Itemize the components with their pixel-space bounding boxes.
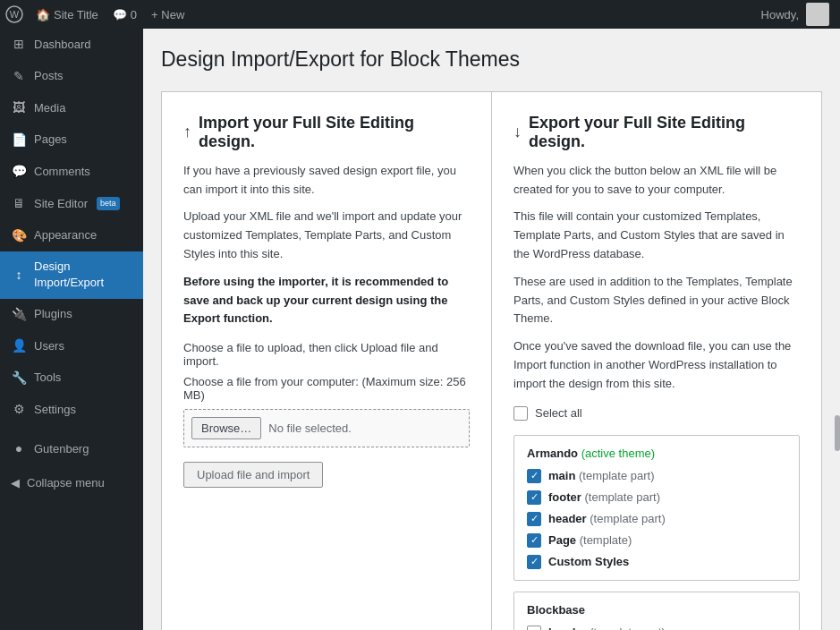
new-label[interactable]: + New	[151, 8, 184, 21]
theme-group-blockbase: Blockbase header (template part) Index (…	[513, 592, 800, 630]
comments-icon: 💬	[11, 163, 27, 181]
sidebar-collapse[interactable]: ◀ Collapse menu	[0, 469, 143, 497]
site-editor-icon: 🖥	[11, 195, 27, 213]
armando-page-label: Page (template)	[548, 533, 632, 547]
import-section-header: ↑ Import your Full Site Editing design.	[183, 114, 470, 151]
armando-header-checkbox[interactable]	[527, 512, 541, 526]
sidebar-item-label: Appearance	[34, 227, 97, 243]
import-section-title: Import your Full Site Editing design.	[199, 114, 470, 151]
sidebar-item-posts[interactable]: ✎ Posts	[0, 61, 143, 93]
comments-count: 0	[131, 8, 137, 21]
file-size-label: Choose a file from your computer: (Maxim…	[183, 375, 470, 402]
sidebar-item-label: Pages	[34, 132, 67, 148]
sidebar-item-comments[interactable]: 💬 Comments	[0, 156, 143, 188]
new-item[interactable]: + New	[144, 8, 191, 21]
posts-icon: ✎	[11, 68, 27, 86]
site-title-area[interactable]: 🏠 Site Title	[29, 8, 106, 21]
armando-page: Page (template)	[527, 533, 786, 548]
blockbase-header-checkbox[interactable]	[527, 626, 541, 630]
house-icon: 🏠	[36, 8, 50, 21]
import-warning: Before using the importer, it is recomme…	[183, 273, 470, 328]
select-all-row: Select all	[513, 403, 800, 424]
howdy-text: Howdy,	[761, 8, 799, 21]
collapse-label: Collapse menu	[27, 476, 105, 490]
armando-title: Armando (active theme)	[527, 447, 786, 460]
sidebar-item-site-editor[interactable]: 🖥 Site Editor beta	[0, 188, 143, 220]
export-desc2: This file will contain your customized T…	[513, 208, 800, 263]
page-title: Design Import/Export for Block Themes	[161, 47, 822, 73]
armando-footer-checkbox[interactable]	[527, 490, 541, 505]
armando-custom-styles: Custom Styles	[527, 555, 786, 569]
scrollbar[interactable]	[835, 415, 840, 451]
sidebar-item-settings[interactable]: ⚙ Settings	[0, 394, 143, 426]
armando-footer: footer (template part)	[527, 490, 786, 505]
armando-custom-styles-checkbox[interactable]	[527, 555, 541, 569]
beta-badge: beta	[97, 197, 120, 210]
armando-header: header (template part)	[527, 512, 786, 526]
export-desc3: These are used in addition to the Templa…	[513, 273, 800, 328]
avatar[interactable]	[806, 3, 829, 26]
armando-custom-styles-label: Custom Styles	[548, 555, 629, 568]
blockbase-header-label: header (template part)	[548, 626, 666, 630]
appearance-icon: 🎨	[11, 227, 27, 245]
export-section-header: ↓ Export your Full Site Editing design.	[513, 114, 800, 151]
sidebar-item-appearance[interactable]: 🎨 Appearance	[0, 220, 143, 252]
site-title[interactable]: Site Title	[54, 8, 98, 21]
select-all-label: Select all	[535, 406, 582, 420]
upload-file-button[interactable]: Upload file and import	[183, 462, 323, 488]
no-file-text: No file selected.	[268, 421, 352, 435]
theme-group-armando: Armando (active theme) main (template pa…	[513, 435, 800, 581]
export-section: ↓ Export your Full Site Editing design. …	[492, 92, 821, 630]
top-bar: W 🏠 Site Title 💬 0 + New Howdy,	[0, 0, 840, 29]
plugins-icon: 🔌	[11, 306, 27, 324]
settings-icon: ⚙	[11, 401, 27, 419]
sidebar-item-tools[interactable]: 🔧 Tools	[0, 362, 143, 395]
import-section: ↑ Import your Full Site Editing design. …	[162, 92, 492, 630]
sidebar-item-label: Users	[34, 338, 64, 354]
export-section-title: Export your Full Site Editing design.	[529, 114, 800, 151]
comment-icon: 💬	[113, 8, 127, 21]
sidebar-item-label: Comments	[34, 164, 90, 180]
import-desc1: If you have a previously saved design ex…	[183, 162, 470, 200]
sidebar-item-dashboard[interactable]: ⊞ Dashboard	[0, 29, 143, 61]
sidebar-item-label: Site Editor	[34, 196, 88, 212]
armando-active-label: (active theme)	[581, 447, 655, 460]
collapse-icon: ◀	[11, 476, 20, 490]
main-content: Design Import/Export for Block Themes ↑ …	[143, 29, 840, 630]
wp-logo[interactable]: W	[0, 0, 29, 29]
armando-main: main (template part)	[527, 469, 786, 483]
sidebar: ⊞ Dashboard ✎ Posts 🖼 Media 📄 Pages 💬 Co…	[0, 29, 143, 630]
armando-main-checkbox[interactable]	[527, 469, 541, 483]
comments-bubble[interactable]: 💬 0	[106, 8, 144, 21]
tools-icon: 🔧	[11, 370, 27, 387]
sidebar-item-label: Settings	[34, 402, 76, 418]
sidebar-item-gutenberg[interactable]: ● Gutenberg	[0, 433, 143, 465]
media-icon: 🖼	[11, 99, 27, 117]
armando-page-checkbox[interactable]	[527, 533, 541, 548]
sidebar-item-label: Dashboard	[34, 37, 91, 53]
users-icon: 👤	[11, 337, 27, 355]
sidebar-item-design-import-export[interactable]: ↕ Design Import/Export	[0, 251, 143, 298]
sidebar-item-label: Plugins	[34, 306, 72, 322]
file-upload-area: Browse… No file selected.	[183, 409, 470, 447]
import-icon: ↑	[183, 123, 191, 141]
armando-footer-label: footer (template part)	[548, 490, 660, 504]
armando-main-label: main (template part)	[548, 469, 655, 482]
import-desc2: Upload your XML file and we'll import an…	[183, 208, 470, 263]
select-all-checkbox[interactable]	[513, 406, 528, 421]
sidebar-item-pages[interactable]: 📄 Pages	[0, 124, 143, 157]
upload-instruction: Choose a file to upload, then click Uplo…	[183, 341, 470, 368]
sidebar-item-media[interactable]: 🖼 Media	[0, 92, 143, 124]
gutenberg-icon: ●	[11, 440, 27, 458]
export-desc4: Once you've saved the download file, you…	[513, 337, 800, 393]
sidebar-item-label: Design Import/Export	[34, 259, 132, 291]
sidebar-item-users[interactable]: 👤 Users	[0, 330, 143, 362]
dashboard-icon: ⊞	[11, 36, 27, 54]
export-icon: ↓	[513, 123, 522, 141]
pages-icon: 📄	[11, 132, 27, 149]
browse-button[interactable]: Browse…	[191, 417, 261, 439]
export-desc1: When you click the button below an XML f…	[513, 162, 800, 200]
sidebar-item-label: Posts	[34, 68, 64, 84]
howdy-area: Howdy,	[751, 3, 840, 26]
sidebar-item-plugins[interactable]: 🔌 Plugins	[0, 299, 143, 331]
